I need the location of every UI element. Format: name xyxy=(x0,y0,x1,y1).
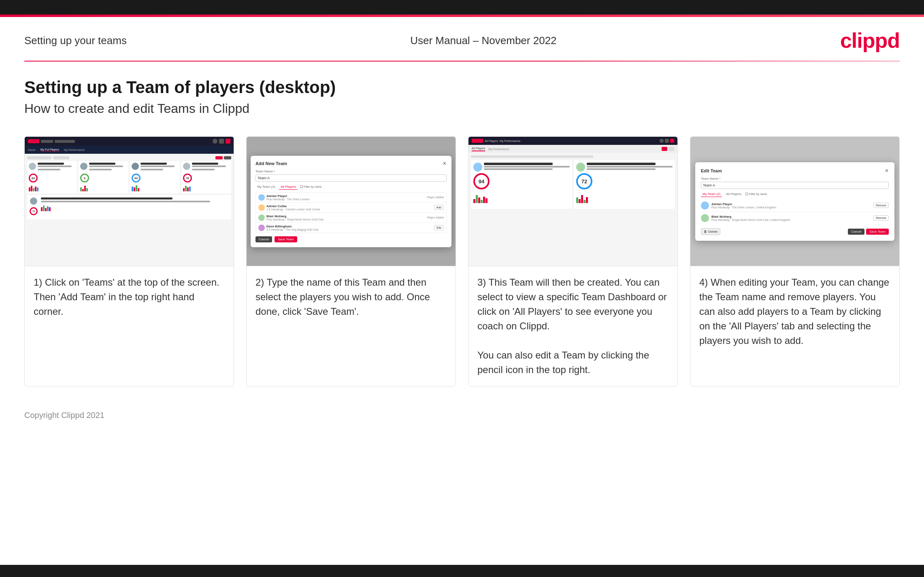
filter-checkbox[interactable] xyxy=(300,185,303,188)
team-name-input-mock: Team A xyxy=(255,174,447,182)
step-4-modal-mock: Edit Team ✕ Team Name * Team A My Team (… xyxy=(690,137,899,266)
page-subtitle: How to create and edit Teams in Clippd xyxy=(24,101,900,116)
edit-actions: Cancel Save Team xyxy=(848,229,889,235)
player-name: Blair McHarg xyxy=(266,214,425,218)
team-player-cards: 94 xyxy=(471,160,675,209)
player-card-4: 78 xyxy=(181,161,231,193)
edit-modal-title: Edit Team xyxy=(701,168,722,173)
remove-player-button-2[interactable]: Remove xyxy=(873,215,889,221)
list-item: Blair McHarg Plus Handicap · Royal North… xyxy=(256,213,446,223)
dash-nav-home: Home xyxy=(28,148,36,151)
add-player-button[interactable]: Add xyxy=(434,225,444,230)
edit-player-name-1: Adrian Player xyxy=(711,202,871,206)
tab-my-team[interactable]: My Team (2) xyxy=(255,184,277,189)
player-card-3: 94 xyxy=(130,161,180,193)
score-3: 94 xyxy=(132,174,141,182)
avatar xyxy=(576,163,585,172)
edit-player-info-1: Adrian Player Plus Handicap · The Shire … xyxy=(711,202,871,209)
avatar xyxy=(258,194,265,201)
player-name: Adrian Player xyxy=(266,194,425,198)
tab-my-team-edit[interactable]: My Team (2) xyxy=(701,191,722,197)
player-info: Dave Billingham 3.5 Handicap · The Gog M… xyxy=(266,225,432,231)
step-4-text: 4) When editing your Team, you can chang… xyxy=(690,266,899,386)
save-team-button-edit[interactable]: Save Team xyxy=(866,229,889,235)
dash-nav-teams[interactable]: My Ful Players xyxy=(40,148,59,151)
bottom-bar xyxy=(0,565,924,577)
top-bar xyxy=(0,0,924,15)
dash-nav-performance: My Performance xyxy=(64,148,85,151)
clippd-logo: clippd xyxy=(840,28,900,53)
list-item: Adrian Colba 1.5 Handicap · Central Lond… xyxy=(256,203,446,213)
save-team-button[interactable]: Save Team xyxy=(275,236,297,242)
edit-modal-tabs: My Team (2) All Players Filter by name xyxy=(701,191,889,197)
step-1-screenshot: Home My Ful Players My Performance xyxy=(25,137,234,266)
modal-tabs: My Team (2) All Players Filter by name xyxy=(255,184,447,190)
step-1-card: Home My Ful Players My Performance xyxy=(24,136,234,386)
step-3-paragraph-1: 3) This Team will then be created. You c… xyxy=(477,277,667,331)
edit-player-detail-2: Plus Handicap · Royal North Devon Golf C… xyxy=(711,218,871,221)
player-info: Adrian Colba 1.5 Handicap · Central Lond… xyxy=(266,204,432,211)
team-dash-body: 94 xyxy=(468,153,677,266)
player-detail: Plus Handicap · The Shire London xyxy=(266,198,425,201)
modal-footer: Cancel Save Team xyxy=(255,236,447,242)
step-2-modal-mock: Add New Team ✕ Team Name * Team A My Tea… xyxy=(247,137,456,266)
filter-checkbox-edit[interactable] xyxy=(745,193,748,195)
dash-filter-row xyxy=(27,156,231,159)
player-detail: 3.5 Handicap · The Gog Magog Golf Club xyxy=(266,228,432,231)
add-player-button[interactable]: Add xyxy=(434,205,444,210)
page-title: Setting up a Team of players (desktop) xyxy=(24,78,900,97)
cancel-button-edit[interactable]: Cancel xyxy=(848,229,864,235)
steps-grid: Home My Ful Players My Performance xyxy=(24,136,900,386)
filter-by-name: Filter by name xyxy=(300,185,321,188)
player-card-1: 84 xyxy=(27,161,77,193)
cancel-button[interactable]: Cancel xyxy=(255,236,272,242)
player-info: Adrian Player Plus Handicap · The Shire … xyxy=(266,194,425,201)
edit-team-name-input-mock: Team A xyxy=(701,182,889,189)
filter-by-name-edit: Filter by name xyxy=(745,193,767,195)
player-name: Adrian Colba xyxy=(266,204,432,208)
player-card-5: 72 xyxy=(27,195,231,219)
add-new-team-modal-mock: Add New Team ✕ Team Name * Team A My Tea… xyxy=(251,156,451,247)
trash-icon: 🗑 xyxy=(704,230,707,233)
player-list: Adrian Player Plus Handicap · The Shire … xyxy=(255,192,447,233)
delete-button[interactable]: 🗑 Delete xyxy=(701,228,720,235)
step-4-card: Edit Team ✕ Team Name * Team A My Team (… xyxy=(690,136,900,386)
score-4: 78 xyxy=(183,174,192,182)
big-score-1: 94 xyxy=(473,173,490,189)
score-2: 0 xyxy=(80,174,89,182)
player-detail: Plus Handicap · Royal North Devon Golf C… xyxy=(266,218,425,221)
header-section-left: Setting up your teams xyxy=(24,34,127,47)
team-player-card-1: 94 xyxy=(471,160,572,209)
player-added-badge: Player Added xyxy=(427,216,444,219)
player-name-block xyxy=(587,163,673,172)
avatar xyxy=(473,163,482,172)
copyright-text: Copyright Clippd 2021 xyxy=(24,411,104,420)
edit-team-name-label: Team Name * xyxy=(701,177,889,180)
step-3-screenshot: All Players My Performance All Players M… xyxy=(468,137,677,266)
list-item: Adrian Player Plus Handicap · The Shire … xyxy=(256,193,446,203)
team-player-header-2 xyxy=(576,163,673,172)
step-3-text: 3) This Team will then be created. You c… xyxy=(468,266,677,386)
remove-player-button-1[interactable]: Remove xyxy=(873,203,889,208)
tab-all-players[interactable]: All Players xyxy=(279,184,298,190)
close-icon[interactable]: ✕ xyxy=(443,161,447,166)
edit-player-row-1: Adrian Player Plus Handicap · The Shire … xyxy=(701,199,889,212)
player-card-2: 0 xyxy=(79,161,128,193)
avatar xyxy=(258,225,265,231)
step-3-paragraph-2: You can also edit a Team by clicking the… xyxy=(477,350,649,375)
edit-team-modal-mock: Edit Team ✕ Team Name * Team A My Team (… xyxy=(695,162,894,241)
score-5: 72 xyxy=(30,207,38,215)
edit-player-name-2: Blair McHarg xyxy=(711,215,871,218)
dash-nav: Home My Ful Players My Performance xyxy=(25,146,234,154)
tab-all-players-edit[interactable]: All Players xyxy=(724,191,743,197)
step-1-dashboard-mock: Home My Ful Players My Performance xyxy=(25,137,234,266)
close-icon[interactable]: ✕ xyxy=(885,168,889,174)
modal-header: Add New Team ✕ xyxy=(255,161,447,166)
avatar xyxy=(701,202,709,210)
footer: Copyright Clippd 2021 xyxy=(0,403,924,428)
modal-title: Add New Team xyxy=(255,161,287,166)
team-player-header-1 xyxy=(473,163,570,172)
avatar xyxy=(258,214,265,221)
avatar xyxy=(701,214,709,222)
dash-topbar xyxy=(25,137,234,146)
